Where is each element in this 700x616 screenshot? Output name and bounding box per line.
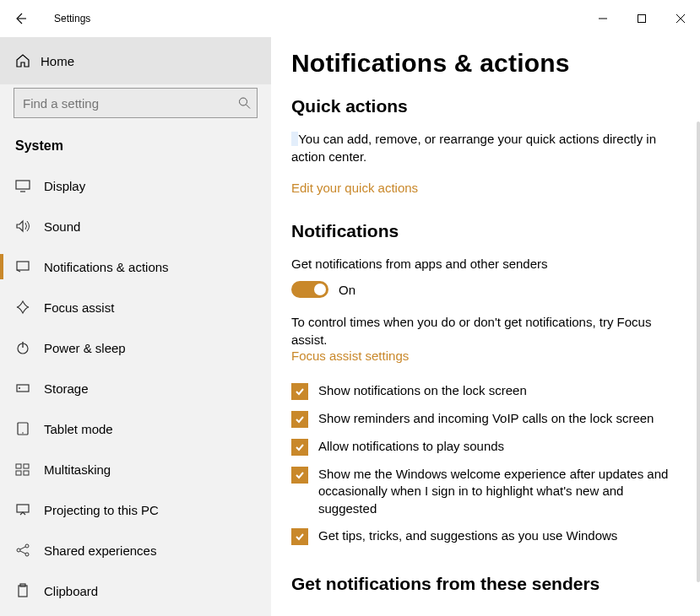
check-row: Show reminders and incoming VoIP calls o… — [291, 410, 680, 428]
svg-point-14 — [17, 548, 20, 552]
check-label: Show reminders and incoming VoIP calls o… — [318, 410, 654, 427]
check-row: Show me the Windows welcome experience a… — [291, 466, 680, 517]
checkbox-tips-tricks[interactable] — [291, 528, 308, 545]
multitasking-icon — [15, 462, 30, 477]
minimize-button[interactable] — [583, 5, 622, 32]
sidebar: Home System Display Sound Notifications … — [0, 37, 271, 616]
quick-actions-desc: You can add, remove, or rearrange your q… — [291, 130, 663, 165]
quick-actions-header: Quick actions — [291, 96, 680, 116]
titlebar: Settings — [0, 0, 700, 37]
sidebar-item-power-sleep[interactable]: Power & sleep — [0, 327, 271, 368]
notifications-icon — [15, 259, 30, 274]
check-row: Show notifications on the lock screen — [291, 382, 680, 400]
svg-rect-11 — [16, 471, 21, 475]
check-label: Show notifications on the lock screen — [318, 382, 527, 399]
sidebar-item-tablet-mode[interactable]: Tablet mode — [0, 408, 271, 449]
sidebar-item-label: Shared experiences — [44, 543, 156, 558]
projecting-icon — [15, 502, 30, 517]
storage-icon — [15, 381, 30, 396]
sidebar-nav: Display Sound Notifications & actions Fo… — [0, 165, 271, 616]
svg-rect-10 — [24, 464, 29, 468]
focus-assist-help: To control times when you do or don't ge… — [291, 313, 663, 349]
window-title: Settings — [41, 13, 90, 24]
back-button[interactable] — [0, 0, 41, 37]
sidebar-item-shared-experiences[interactable]: Shared experiences — [0, 530, 271, 570]
search-input[interactable] — [14, 88, 258, 118]
sidebar-item-label: Focus assist — [44, 300, 114, 315]
sidebar-home[interactable]: Home — [0, 37, 271, 84]
notifications-header: Notifications — [291, 221, 680, 241]
close-icon — [676, 14, 685, 23]
svg-rect-12 — [24, 471, 29, 475]
sidebar-item-label: Clipboard — [44, 584, 98, 598]
content-pane: Notifications & actions Quick actions Yo… — [271, 37, 700, 616]
check-row: Allow notifications to play sounds — [291, 438, 680, 456]
checkbox-reminders-voip[interactable] — [291, 411, 308, 428]
notifications-toggle[interactable] — [291, 281, 328, 298]
arrow-left-icon — [14, 12, 27, 25]
sidebar-item-notifications[interactable]: Notifications & actions — [0, 246, 271, 287]
clipboard-icon — [15, 583, 30, 598]
sidebar-item-storage[interactable]: Storage — [0, 368, 271, 408]
window-controls — [583, 5, 700, 32]
sidebar-item-focus-assist[interactable]: Focus assist — [0, 287, 271, 327]
svg-rect-9 — [16, 464, 21, 468]
page-title: Notifications & actions — [291, 49, 680, 78]
sidebar-item-sound[interactable]: Sound — [0, 206, 271, 246]
notifications-desc: Get notifications from apps and other se… — [291, 255, 663, 273]
sidebar-item-label: Multitasking — [44, 462, 111, 477]
toggle-state-label: On — [339, 283, 355, 297]
check-label: Get tips, tricks, and suggestions as you… — [318, 527, 617, 544]
svg-rect-2 — [16, 181, 30, 189]
svg-point-16 — [25, 553, 29, 556]
svg-rect-17 — [19, 586, 27, 597]
svg-point-1 — [240, 98, 247, 105]
svg-rect-0 — [638, 15, 646, 23]
sidebar-item-display[interactable]: Display — [0, 165, 271, 206]
checkbox-welcome-experience[interactable] — [291, 467, 308, 484]
focus-assist-icon — [15, 300, 30, 315]
svg-point-6 — [19, 387, 20, 389]
sidebar-item-label: Notifications & actions — [44, 260, 169, 274]
sidebar-item-label: Storage — [44, 381, 89, 396]
sidebar-item-label: Sound — [44, 219, 80, 234]
check-label: Show me the Windows welcome experience a… — [318, 466, 680, 517]
focus-assist-link[interactable]: Focus assist settings — [291, 349, 409, 363]
svg-point-8 — [22, 432, 24, 434]
scrollbar[interactable] — [697, 122, 700, 582]
sidebar-item-label: Power & sleep — [44, 341, 126, 355]
svg-rect-13 — [17, 505, 29, 512]
sidebar-item-multitasking[interactable]: Multitasking — [0, 449, 271, 489]
sidebar-item-projecting[interactable]: Projecting to this PC — [0, 489, 271, 530]
svg-rect-3 — [17, 262, 29, 270]
sound-icon — [15, 219, 30, 234]
close-button[interactable] — [661, 5, 700, 32]
sidebar-item-label: Display — [44, 179, 85, 193]
shared-icon — [15, 543, 30, 558]
checkbox-play-sounds[interactable] — [291, 439, 308, 456]
senders-header: Get notifications from these senders — [291, 574, 680, 594]
sidebar-item-clipboard[interactable]: Clipboard — [0, 570, 271, 611]
search-input-wrap — [14, 88, 258, 118]
check-label: Allow notifications to play sounds — [318, 438, 504, 455]
check-row: Get tips, tricks, and suggestions as you… — [291, 527, 680, 545]
sidebar-item-label: Projecting to this PC — [44, 503, 159, 517]
search-icon — [238, 97, 251, 110]
tablet-icon — [15, 421, 30, 436]
edit-quick-actions-link[interactable]: Edit your quick actions — [291, 181, 418, 195]
svg-point-15 — [25, 544, 29, 548]
home-icon — [15, 53, 30, 68]
display-icon — [15, 178, 30, 193]
maximize-icon — [638, 14, 646, 23]
minimize-icon — [599, 14, 607, 23]
sidebar-item-label: Tablet mode — [44, 422, 113, 436]
checkbox-lock-screen[interactable] — [291, 383, 308, 400]
power-icon — [15, 340, 30, 355]
maximize-button[interactable] — [622, 5, 661, 32]
sidebar-section-header: System — [0, 127, 271, 165]
home-label: Home — [41, 54, 74, 68]
